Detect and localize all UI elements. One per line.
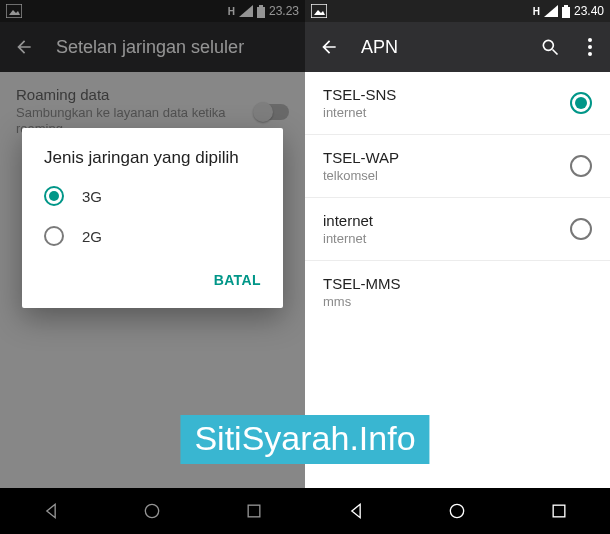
status-bar: H 23.40 [305,0,610,22]
svg-rect-18 [553,505,565,517]
nav-back-icon[interactable] [346,501,366,521]
picture-icon [311,4,327,18]
radio-option-2g[interactable]: 2G [22,216,283,256]
svg-rect-11 [562,7,570,18]
watermark: SitiSyarah.Info [180,415,429,464]
page-title: APN [361,37,518,58]
apn-subtitle: internet [323,105,570,120]
radio-icon[interactable] [570,92,592,114]
apn-subtitle: mms [323,294,592,309]
overflow-icon[interactable] [582,35,598,59]
radio-icon [44,186,64,206]
radio-icon [44,226,64,246]
apn-title: TSEL-WAP [323,149,570,166]
radio-icon[interactable] [570,155,592,177]
back-icon[interactable] [317,35,341,59]
nav-bar [305,488,610,534]
search-icon[interactable] [538,35,562,59]
radio-option-3g[interactable]: 3G [22,176,283,216]
svg-point-15 [588,45,592,49]
apn-item[interactable]: TSEL-SNS internet [305,72,610,135]
network-type-dialog: Jenis jaringan yang dipilih 3G 2G BATAL [22,128,283,308]
radio-label: 3G [82,188,102,205]
svg-point-14 [588,38,592,42]
dialog-title: Jenis jaringan yang dipilih [22,128,283,176]
apn-title: internet [323,212,570,229]
svg-point-12 [543,40,553,50]
svg-rect-10 [564,5,568,7]
nav-home-icon[interactable] [447,501,467,521]
svg-marker-9 [544,5,558,17]
apn-item[interactable]: TSEL-WAP telkomsel [305,135,610,198]
apn-title: TSEL-SNS [323,86,570,103]
cancel-button[interactable]: BATAL [206,266,269,294]
signal-icon [544,5,558,17]
status-time: 23.40 [574,4,604,18]
apn-title: TSEL-MMS [323,275,592,292]
apn-subtitle: telkomsel [323,168,570,183]
svg-point-17 [451,504,464,517]
h-icon: H [533,6,540,17]
app-bar: APN [305,22,610,72]
svg-line-13 [553,50,558,55]
svg-marker-8 [314,10,325,15]
battery-icon [562,5,570,18]
apn-subtitle: internet [323,231,570,246]
radio-icon[interactable] [570,218,592,240]
apn-item[interactable]: TSEL-MMS mms [305,261,610,323]
apn-item[interactable]: internet internet [305,198,610,261]
radio-label: 2G [82,228,102,245]
nav-recent-icon[interactable] [549,501,569,521]
svg-point-16 [588,52,592,56]
